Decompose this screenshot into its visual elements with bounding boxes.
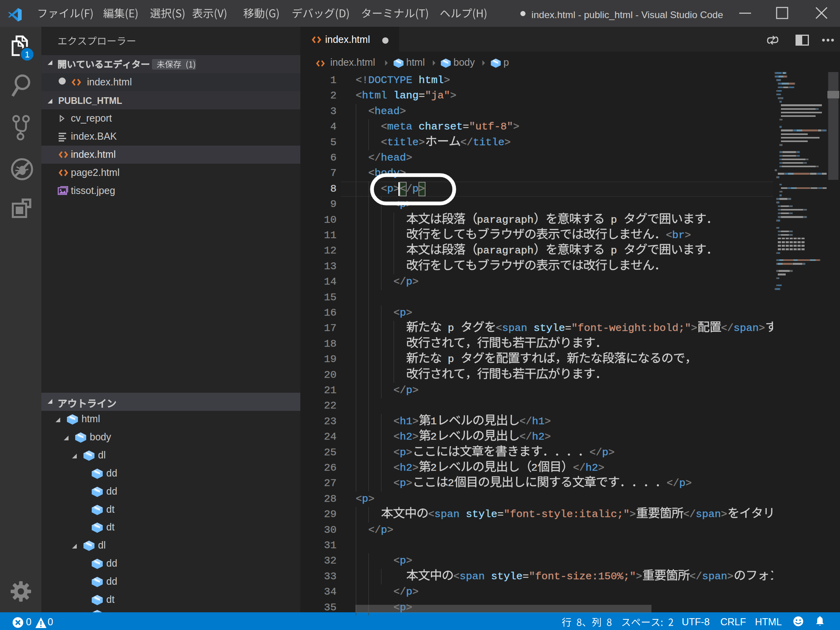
svg-text:1: 1 — [25, 50, 30, 59]
